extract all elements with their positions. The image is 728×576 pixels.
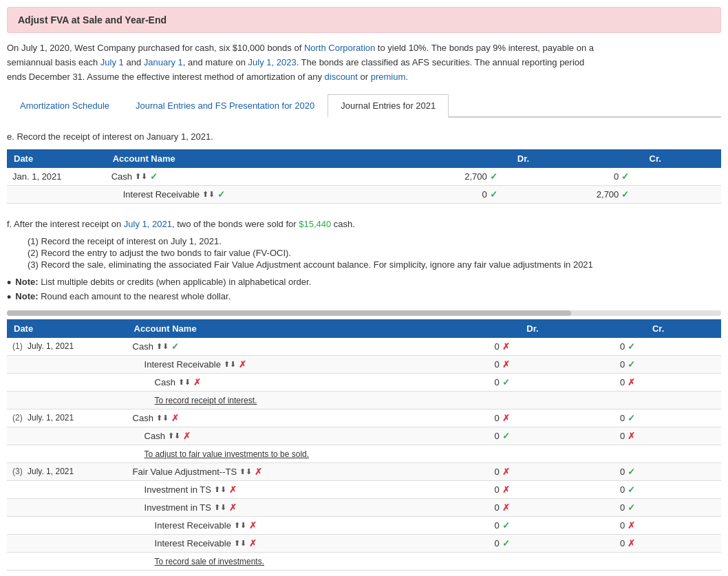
cr-x-icon: ✗ — [628, 520, 635, 531]
date-cell — [7, 445, 127, 462]
horizontal-scrollbar[interactable] — [7, 310, 721, 316]
cr-cell: 0 ✓ — [595, 498, 721, 516]
cr-x-icon: ✗ — [628, 377, 635, 387]
dr-x-icon: ✗ — [502, 413, 510, 423]
cr-check-icon: ✓ — [628, 502, 635, 513]
dropdown-arrow-icon[interactable]: ⬆⬇ — [135, 172, 147, 181]
dropdown-arrow-icon[interactable]: ⬆⬇ — [168, 431, 180, 440]
account-x-icon: ✗ — [183, 431, 191, 441]
account-dropdown[interactable]: Interest Receivable — [155, 520, 231, 531]
section-f-sub1: (1) Record the receipt of interest on Ju… — [28, 236, 721, 246]
cr-check-icon: ✓ — [621, 171, 629, 182]
dr-check-icon: ✓ — [502, 377, 510, 387]
dropdown-arrow-icon[interactable]: ⬆⬇ — [239, 467, 252, 476]
account-dropdown[interactable]: Cash — [155, 377, 175, 387]
dropdown-arrow-icon[interactable]: ⬆⬇ — [156, 342, 169, 351]
tab-journal-entries-2021[interactable]: Journal Entries for 2021 — [328, 94, 449, 118]
dr-cell: 0 ✗ — [470, 498, 596, 516]
account-x-icon: ✗ — [193, 377, 201, 387]
tab-journal-entries-2020[interactable]: Journal Entries and FS Presentation for … — [122, 94, 328, 118]
header-title: Adjust FVA at Sale and Year-End — [18, 14, 167, 25]
col-header-cr: Cr. — [589, 149, 721, 168]
dr-x-icon: ✗ — [502, 359, 510, 370]
account-cell: Investment in TS ⬆⬇ ✗ — [127, 498, 470, 516]
date-cell: (2) July. 1, 2021 — [7, 409, 127, 427]
dr-cell: 0 ✗ — [470, 480, 596, 498]
account-cell: Cash ⬆⬇ ✗ — [127, 427, 470, 445]
cr-cell: 0 ✗ — [595, 516, 721, 534]
account-check-icon: ✓ — [150, 171, 158, 182]
dr-cell: 2,700 ✓ — [458, 168, 590, 186]
date-cell: (3) July. 1, 2021 — [7, 462, 127, 480]
dropdown-arrow-icon[interactable]: ⬆⬇ — [202, 190, 215, 199]
account-dropdown[interactable]: Interest Receivable — [144, 359, 221, 370]
account-x-icon: ✗ — [229, 502, 237, 513]
cr-cell: 0 ✗ — [595, 534, 721, 552]
col-header-account: Account Name — [127, 319, 470, 338]
account-x-icon: ✗ — [249, 520, 257, 531]
account-cell: Interest Receivable ⬆⬇ ✗ — [127, 534, 470, 552]
section-f-sub3: (3) Record the sale, eliminating the ass… — [28, 259, 721, 270]
dr-cell: 0 ✓ — [470, 427, 596, 445]
dropdown-arrow-icon[interactable]: ⬆⬇ — [178, 378, 191, 387]
table-row: (1) July. 1, 2021 Cash ⬆⬇ ✓ 0 — [7, 338, 721, 356]
account-cell: Cash ⬆⬇ ✓ — [127, 338, 470, 356]
date-cell — [7, 534, 127, 552]
account-dropdown[interactable]: Cash — [144, 431, 165, 441]
dropdown-arrow-icon[interactable]: ⬆⬇ — [224, 360, 236, 369]
cr-cell — [595, 445, 721, 462]
dropdown-arrow-icon[interactable]: ⬆⬇ — [214, 485, 226, 494]
account-check-icon: ✓ — [171, 341, 179, 352]
dr-x-icon: ✗ — [502, 502, 510, 513]
note-cell: To adjust to fair value investments to b… — [127, 445, 470, 462]
account-cell: Cash ⬆⬇ ✓ — [106, 168, 458, 186]
table-row: (3) July. 1, 2021 Fair Value Adjustment-… — [7, 462, 721, 480]
account-x-icon: ✗ — [239, 359, 246, 370]
col-header-date: Date — [7, 149, 106, 168]
account-dropdown[interactable]: Investment in TS — [144, 502, 211, 513]
account-dropdown[interactable]: Interest Receivable — [155, 538, 231, 548]
dr-check-icon: ✓ — [490, 171, 497, 182]
note-2: • Note: Round each amount to the nearest… — [7, 291, 721, 303]
cr-cell: 2,700 ✓ — [589, 185, 721, 203]
account-dropdown[interactable]: Interest Receivable — [123, 189, 200, 200]
section-f-scroll-container[interactable]: Date Account Name Dr. Cr. (1) July. 1, 2… — [7, 319, 721, 576]
dropdown-arrow-icon[interactable]: ⬆⬇ — [234, 539, 246, 548]
cr-x-icon: ✗ — [628, 538, 635, 548]
dropdown-arrow-icon[interactable]: ⬆⬇ — [234, 521, 246, 530]
date-cell — [7, 427, 127, 445]
col-header-cr: Cr. — [595, 319, 721, 338]
date-cell — [7, 373, 127, 391]
account-dropdown[interactable]: Cash — [111, 171, 132, 182]
account-x-icon: ✗ — [249, 538, 257, 548]
account-dropdown[interactable]: Cash — [133, 341, 153, 352]
date-cell — [7, 480, 127, 498]
dr-cell: 0 ✗ — [470, 462, 596, 480]
section-e-table: Date Account Name Dr. Cr. Jan. 1, 2021 C… — [7, 149, 721, 204]
cr-cell: 0 ✓ — [595, 480, 721, 498]
cr-check-icon: ✓ — [628, 359, 635, 370]
dropdown-arrow-icon[interactable]: ⬆⬇ — [214, 503, 226, 512]
account-dropdown[interactable]: Investment in TS — [144, 484, 211, 495]
tab-amortization-schedule[interactable]: Amortization Schedule — [7, 94, 122, 118]
col-header-dr: Dr. — [470, 319, 596, 338]
account-check-icon: ✓ — [217, 189, 225, 200]
section-e: e. Record the receipt of interest on Jan… — [7, 130, 721, 204]
account-dropdown[interactable]: Cash — [133, 413, 153, 423]
dr-x-icon: ✗ — [502, 484, 510, 495]
problem-description: On July 1, 2020, West Company purchased … — [7, 41, 721, 84]
table-row: Interest Receivable ⬆⬇ ✗ 0 ✓ — [7, 516, 721, 534]
dr-x-icon: ✗ — [502, 341, 510, 352]
account-cell: Cash ⬆⬇ ✗ — [127, 409, 470, 427]
note-cell: To record sale of investments. — [127, 552, 470, 570]
account-dropdown[interactable]: Fair Value Adjustment--TS — [133, 467, 237, 477]
date-cell — [7, 498, 127, 516]
table-row: Investment in TS ⬆⬇ ✗ 0 ✗ — [7, 498, 721, 516]
col-header-dr: Dr. — [458, 149, 590, 168]
note-1: • Note: List multiple debits or credits … — [7, 277, 721, 289]
date-cell — [7, 355, 127, 373]
dropdown-arrow-icon[interactable]: ⬆⬇ — [156, 414, 169, 423]
cr-cell: 0 ✗ — [595, 427, 721, 445]
section-f-table: Date Account Name Dr. Cr. (1) July. 1, 2… — [7, 319, 721, 570]
scroll-thumb[interactable] — [7, 310, 571, 316]
